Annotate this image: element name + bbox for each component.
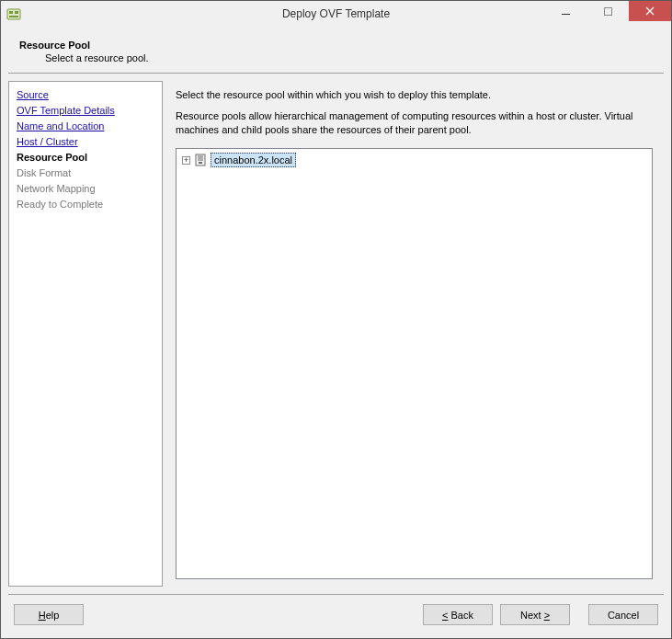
next-button[interactable]: Next > <box>500 604 570 625</box>
page-title: Resource Pool <box>19 40 653 51</box>
step-source[interactable]: Source <box>17 87 154 103</box>
step-ready-to-complete: Ready to Complete <box>17 197 154 212</box>
page-subtitle: Select a resource pool. <box>19 51 653 63</box>
instruction-text-1: Select the resource pool within which yo… <box>176 88 653 102</box>
wizard-steps-sidebar: Source OVF Template Details Name and Loc… <box>8 81 163 587</box>
close-button[interactable] <box>629 1 671 21</box>
resource-pool-tree[interactable]: + cinnabon.2x.local <box>176 148 653 579</box>
tree-node-selected[interactable]: cinnabon.2x.local <box>211 153 296 167</box>
minimize-button[interactable] <box>544 1 587 21</box>
svg-rect-2 <box>15 11 18 14</box>
titlebar[interactable]: Deploy OVF Template <box>1 1 671 27</box>
host-icon <box>194 154 207 166</box>
step-ovf-template-details[interactable]: OVF Template Details <box>17 103 154 119</box>
svg-rect-0 <box>7 9 20 19</box>
svg-rect-3 <box>9 16 18 17</box>
step-resource-pool: Resource Pool <box>17 150 154 165</box>
svg-rect-1 <box>9 11 13 14</box>
instruction-text-2: Resource pools allow hierarchical manage… <box>176 109 653 137</box>
cancel-button[interactable]: Cancel <box>588 604 658 625</box>
tree-expander-icon[interactable]: + <box>182 156 190 165</box>
step-host-cluster[interactable]: Host / Cluster <box>17 134 154 150</box>
svg-rect-8 <box>199 162 202 164</box>
maximize-button[interactable] <box>587 1 629 21</box>
help-button[interactable]: Help <box>14 604 84 625</box>
wizard-header: Resource Pool Select a resource pool. <box>1 27 671 73</box>
wizard-main-panel: Select the resource pool within which yo… <box>163 81 664 587</box>
app-icon <box>6 6 21 21</box>
step-disk-format: Disk Format <box>17 165 154 181</box>
wizard-footer: Help < Back Next > Cancel <box>1 595 671 638</box>
step-name-and-location[interactable]: Name and Location <box>17 119 154 134</box>
back-button[interactable]: < Back <box>423 604 493 625</box>
tree-node-row[interactable]: + cinnabon.2x.local <box>182 153 646 167</box>
dialog-window: Deploy OVF Template Resource Pool Select… <box>0 0 672 639</box>
wizard-body: Source OVF Template Details Name and Loc… <box>1 74 671 594</box>
close-icon <box>645 6 655 16</box>
step-network-mapping: Network Mapping <box>17 181 154 197</box>
